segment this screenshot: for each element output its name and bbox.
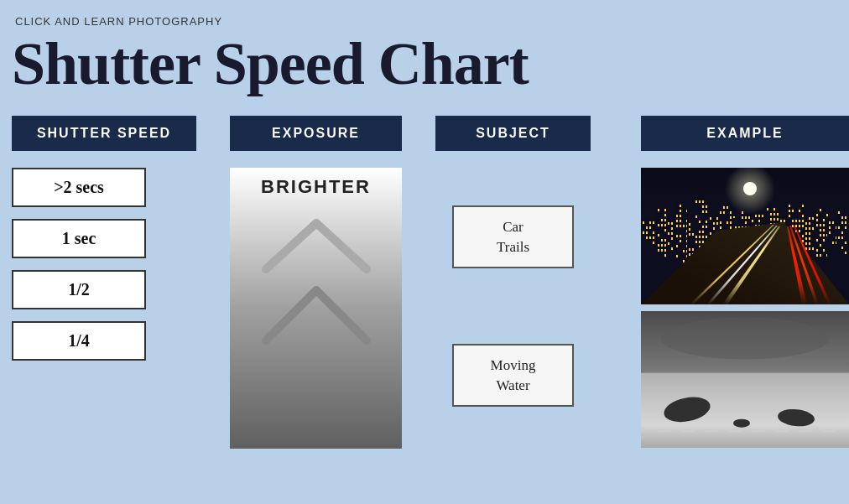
- lower-chevron-icon: [258, 278, 375, 353]
- col-example: EXAMPLE: [641, 116, 849, 448]
- main-title: Shutter Speed Chart: [0, 29, 849, 116]
- col-exposure: EXPOSURE BRIGHTER: [230, 116, 402, 449]
- speed-box-3: 1/2: [12, 270, 146, 309]
- subject-moving-water: MovingWater: [452, 344, 574, 408]
- shutter-speed-header: SHUTTER SPEED: [12, 116, 196, 151]
- top-label: CLICK AND LEARN PHOTOGRAPHY: [0, 0, 849, 29]
- exposure-bar: BRIGHTER: [230, 168, 402, 449]
- upper-chevron-icon: [258, 215, 375, 278]
- subject-car-trails-row: CarTrails: [435, 168, 591, 306]
- moving-water-image: [641, 311, 849, 448]
- col-shutter-speed: SHUTTER SPEED >2 secs 1 sec 1/2 1/4: [12, 116, 196, 372]
- chevron-area: [258, 215, 375, 353]
- subject-header: SUBJECT: [435, 116, 591, 151]
- speed-box-1: >2 secs: [12, 168, 146, 207]
- subject-car-trails: CarTrails: [452, 205, 574, 269]
- speed-box-2: 1 sec: [12, 219, 146, 258]
- example-images: [641, 168, 849, 448]
- chart-container: SHUTTER SPEED >2 secs 1 sec 1/2 1/4 EXPO…: [0, 116, 849, 449]
- example-header: EXAMPLE: [641, 116, 849, 151]
- car-trails-image: [641, 168, 849, 304]
- subject-moving-water-row: MovingWater: [435, 306, 591, 444]
- col-subject: SUBJECT CarTrails MovingWater: [435, 116, 591, 444]
- speed-box-4: 1/4: [12, 321, 146, 361]
- brighter-label: BRIGHTER: [261, 176, 371, 198]
- exposure-header: EXPOSURE: [230, 116, 402, 151]
